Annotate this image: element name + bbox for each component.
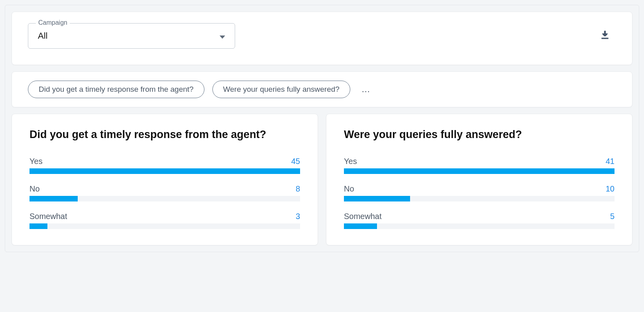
- bar-label: Somewhat: [29, 212, 67, 221]
- bar-fill: [29, 223, 47, 229]
- bar-track: [344, 168, 615, 174]
- bar-label: Somewhat: [344, 212, 382, 221]
- bar-fill: [344, 196, 410, 201]
- bar-value: 5: [610, 212, 615, 221]
- bar-value: 41: [606, 157, 615, 166]
- bar-track: [29, 196, 300, 201]
- bar-track: [344, 196, 615, 201]
- question-chip-0[interactable]: Did you get a timely response from the a…: [28, 81, 204, 98]
- chart-card-0: Did you get a timely response from the a…: [12, 114, 318, 245]
- bar-row: Yes 41: [344, 157, 615, 174]
- chart-title-1: Were your queries fully answered?: [344, 128, 615, 141]
- bar-value: 45: [291, 157, 300, 166]
- bar-label: Yes: [344, 157, 357, 166]
- charts-row: Did you get a timely response from the a…: [12, 114, 632, 245]
- filter-card: Campaign All: [12, 12, 632, 65]
- chips-more[interactable]: …: [358, 84, 373, 95]
- bar-value: 10: [606, 184, 615, 194]
- bar-label: No: [344, 184, 354, 194]
- campaign-select[interactable]: All: [28, 23, 235, 49]
- question-chip-1[interactable]: Were your queries fully answered?: [212, 81, 350, 98]
- svg-rect-0: [601, 38, 608, 39]
- question-chips-card: Did you get a timely response from the a…: [12, 71, 632, 107]
- download-icon: [600, 30, 610, 42]
- bar-track: [344, 223, 615, 229]
- bar-fill: [29, 196, 78, 201]
- campaign-select-value: All: [38, 31, 47, 41]
- chart-title-0: Did you get a timely response from the a…: [29, 128, 300, 141]
- bar-row: No 10: [344, 184, 615, 201]
- bar-row: Somewhat 5: [344, 212, 615, 229]
- bar-track: [29, 168, 300, 174]
- bar-value: 8: [296, 184, 300, 194]
- bar-fill: [344, 223, 377, 229]
- bar-value: 3: [296, 212, 300, 221]
- chart-card-1: Were your queries fully answered? Yes 41…: [326, 114, 632, 245]
- bar-label: Yes: [29, 157, 43, 166]
- bar-row: Somewhat 3: [29, 212, 300, 229]
- download-button[interactable]: [597, 28, 613, 44]
- chevron-down-icon: [220, 31, 225, 41]
- bar-row: No 8: [29, 184, 300, 201]
- page-container: Campaign All Did you get a timely respon…: [5, 5, 639, 252]
- bar-row: Yes 45: [29, 157, 300, 174]
- campaign-select-label: Campaign: [36, 19, 70, 26]
- bar-fill: [344, 168, 615, 174]
- bar-fill: [29, 168, 300, 174]
- campaign-select-wrap: Campaign All: [28, 23, 235, 49]
- bar-track: [29, 223, 300, 229]
- bar-label: No: [29, 184, 40, 194]
